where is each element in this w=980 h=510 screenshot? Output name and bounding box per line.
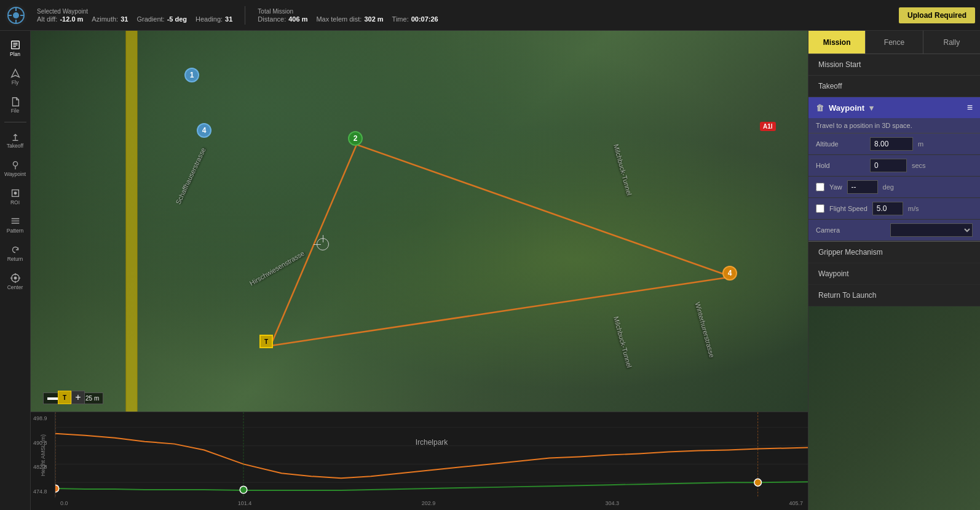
sidebar-item-center[interactable]: Center bbox=[2, 268, 29, 295]
chart-x-405: 405.7 bbox=[789, 500, 803, 508]
takeoff-item[interactable]: Takeoff bbox=[808, 76, 980, 97]
waypoint-panel-title: 🗑 Waypoint ▾ bbox=[816, 103, 874, 113]
time-label: Time: bbox=[392, 15, 409, 23]
flight-speed-input[interactable] bbox=[872, 202, 903, 215]
azimuth-value: 31 bbox=[121, 15, 128, 23]
sidebar-return-label: Return bbox=[7, 256, 23, 262]
crosshair bbox=[317, 238, 329, 250]
sidebar-item-waypoint[interactable]: Waypoint bbox=[2, 154, 29, 181]
sidebar-divider bbox=[4, 122, 26, 122]
left-sidebar: Plan Fly File Takeoff Waypoint ROI Patte… bbox=[0, 31, 31, 510]
hold-input[interactable] bbox=[870, 159, 907, 172]
trash-icon[interactable]: 🗑 bbox=[816, 103, 824, 113]
chart-y-474: 474.8 bbox=[33, 488, 52, 495]
map-view[interactable]: Schaffhauserstrasse Hirschwiesenstrasse … bbox=[31, 31, 808, 412]
mission-start-item[interactable]: Mission Start bbox=[808, 54, 980, 76]
waypoint-list-item[interactable]: Waypoint bbox=[808, 263, 980, 285]
azimuth-label: Azimuth: bbox=[92, 15, 118, 23]
sidebar-waypoint-label: Waypoint bbox=[4, 171, 26, 177]
svg-point-15 bbox=[14, 277, 17, 279]
chart-y-490: 490.8 bbox=[33, 440, 52, 446]
tab-rally[interactable]: Rally bbox=[923, 31, 980, 54]
chart-y-498: 498.9 bbox=[33, 415, 52, 421]
map-add-button[interactable]: + bbox=[71, 391, 85, 404]
tab-fence[interactable]: Fence bbox=[866, 31, 923, 54]
sidebar-fly-label: Fly bbox=[12, 79, 18, 86]
hold-unit: secs bbox=[912, 162, 926, 169]
yaw-input[interactable] bbox=[847, 180, 878, 194]
total-distance-value: 406 m bbox=[288, 15, 307, 23]
waypoint-circle-4b: 4 bbox=[197, 123, 211, 138]
map-t-button[interactable]: T bbox=[58, 391, 71, 404]
chart-area: Irchelpark bbox=[55, 412, 808, 498]
waypoint-description: Travel to a position in 3D space. bbox=[808, 118, 980, 133]
time-value: 00:07:26 bbox=[411, 15, 438, 23]
svg-point-11 bbox=[13, 161, 17, 165]
panel-tabs: Mission Fence Rally bbox=[808, 31, 980, 54]
flight-speed-label: Flight Speed bbox=[829, 205, 867, 212]
chart-x-axis: 0.0 101.4 202.9 304.3 405.7 bbox=[55, 498, 808, 510]
sidebar-file-label: File bbox=[11, 108, 20, 114]
camera-select[interactable] bbox=[890, 223, 973, 237]
waypoint-panel: 🗑 Waypoint ▾ ≡ Travel to a position in 3… bbox=[808, 97, 980, 242]
chart-x-304: 304.3 bbox=[606, 500, 620, 508]
sidebar-item-return[interactable]: Return bbox=[2, 239, 29, 266]
camera-label: Camera bbox=[816, 226, 890, 234]
chart-x-202: 202.9 bbox=[422, 500, 436, 508]
sidebar-item-pattern[interactable]: Pattern bbox=[2, 211, 29, 238]
altitude-label: Altitude bbox=[816, 140, 865, 148]
menu-icon[interactable]: ≡ bbox=[967, 102, 973, 113]
svg-point-32 bbox=[240, 486, 247, 493]
divider-1 bbox=[245, 6, 245, 25]
sidebar-pattern-label: Pattern bbox=[7, 228, 23, 234]
waypoint-marker-4[interactable]: 4 bbox=[722, 266, 737, 281]
yaw-label: Yaw bbox=[829, 183, 842, 191]
gripper-mechanism-item[interactable]: Gripper Mechanism bbox=[808, 242, 980, 263]
altitude-field-row: Altitude m bbox=[808, 133, 980, 155]
yaw-checkbox[interactable] bbox=[816, 183, 824, 191]
svg-point-33 bbox=[754, 479, 762, 486]
gradient-value: -5 deg bbox=[167, 15, 187, 23]
sidebar-roi-label: ROI bbox=[10, 199, 20, 205]
sidebar-item-fly[interactable]: Fly bbox=[2, 63, 29, 90]
sidebar-plan-label: Plan bbox=[10, 51, 20, 57]
svg-point-31 bbox=[55, 485, 59, 492]
waypoint-circle-4: 4 bbox=[722, 266, 737, 281]
waypoint-marker-2[interactable]: 2 bbox=[348, 131, 363, 146]
sidebar-item-file[interactable]: File bbox=[2, 91, 29, 118]
waypoint-circle-1: 1 bbox=[184, 68, 199, 82]
altitude-input[interactable] bbox=[870, 137, 913, 151]
scale-label: 25 m bbox=[85, 395, 99, 402]
waypoint-circle-2: 2 bbox=[348, 131, 363, 146]
right-panel: Mission Fence Rally Mission Start Takeof… bbox=[808, 31, 980, 510]
yaw-unit: deg bbox=[883, 183, 894, 191]
svg-point-13 bbox=[14, 192, 17, 194]
elevation-chart: Height AMSL (m) 498.9 490.8 482.8 474.8 bbox=[31, 412, 808, 510]
heading-value: 31 bbox=[225, 15, 232, 23]
svg-point-1 bbox=[13, 12, 19, 18]
chart-x-0: 0.0 bbox=[60, 500, 68, 508]
chart-irchelpark-label: Irchelpark bbox=[416, 438, 448, 447]
waypoint-marker-1[interactable]: 1 bbox=[184, 68, 199, 82]
hold-label: Hold bbox=[816, 162, 865, 169]
sidebar-item-roi[interactable]: ROI bbox=[2, 183, 29, 210]
flight-speed-checkbox[interactable] bbox=[816, 204, 824, 213]
heading-label: Heading: bbox=[196, 15, 223, 23]
waypoint-title-text: Waypoint bbox=[829, 103, 864, 113]
waypoint-marker-4-blue[interactable]: 4 bbox=[197, 123, 211, 138]
return-to-launch-item[interactable]: Return To Launch bbox=[808, 285, 980, 306]
sidebar-item-takeoff[interactable]: Takeoff bbox=[2, 126, 29, 153]
sidebar-takeoff-label: Takeoff bbox=[7, 143, 23, 149]
chart-y-axis: 498.9 490.8 482.8 474.8 bbox=[31, 412, 55, 498]
sidebar-item-plan[interactable]: Plan bbox=[2, 34, 29, 62]
hold-field-row: Hold secs bbox=[808, 155, 980, 177]
chart-x-101: 101.4 bbox=[238, 500, 252, 508]
chart-svg bbox=[55, 412, 808, 498]
takeoff-marker[interactable]: T bbox=[259, 335, 273, 348]
chevron-down-icon[interactable]: ▾ bbox=[869, 103, 874, 113]
map-background bbox=[31, 31, 808, 412]
max-telem-label: Max telem dist: bbox=[316, 15, 362, 23]
tab-mission[interactable]: Mission bbox=[808, 31, 866, 54]
alt-diff-value: -12.0 m bbox=[60, 15, 83, 23]
upload-required-button[interactable]: Upload Required bbox=[899, 7, 975, 23]
